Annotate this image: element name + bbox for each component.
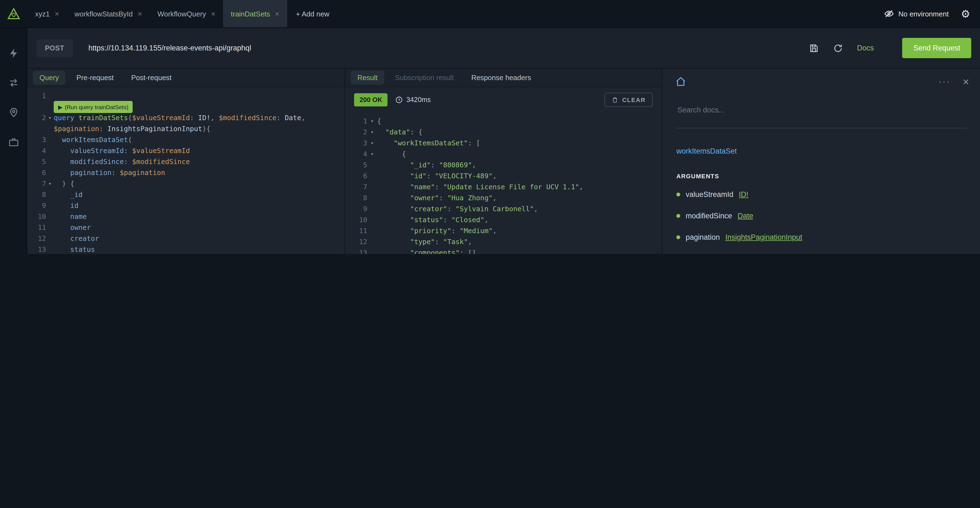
line-number: 8	[27, 189, 46, 200]
code-line: 3▾ "workItemsDataSet": [	[345, 138, 662, 149]
fold-gutter	[46, 157, 54, 167]
code-line: 10 name	[27, 211, 345, 222]
code-line: 13 status	[27, 244, 345, 254]
type-link[interactable]: ID!	[739, 190, 748, 198]
line-number: 5	[27, 157, 46, 167]
type-link[interactable]: InsightsPaginationInput	[725, 233, 802, 241]
docs-search-input[interactable]	[676, 105, 967, 115]
line-number	[27, 123, 46, 134]
fold-gutter	[46, 189, 54, 200]
run-query-chip[interactable]: ▶(Run query trainDatSets)	[54, 101, 133, 113]
line-text: ) {	[54, 178, 74, 189]
tab-label: WorkflowQuery	[158, 10, 206, 18]
tab-label: trainDatSets	[231, 10, 270, 18]
code-line: 5 modifiedSince: $modifiedSince	[27, 157, 345, 167]
url-input[interactable]: https://10.134.119.155/release-events-ap…	[88, 44, 251, 52]
send-request-button[interactable]: Send Request	[902, 38, 971, 58]
briefcase-icon[interactable]	[8, 137, 19, 148]
line-text: creator	[54, 233, 99, 244]
line-number: 11	[27, 222, 46, 233]
tab-workflowStatsById[interactable]: workflowStatsById×	[67, 0, 150, 27]
main-content: Query Pre-request Post-request 1 ▶(Run q…	[27, 69, 980, 254]
close-icon[interactable]: ×	[54, 10, 59, 18]
fold-gutter	[367, 182, 377, 193]
code-line: 6 pagination: $pagination	[27, 167, 345, 178]
home-icon[interactable]	[675, 76, 686, 87]
tab-pre-request[interactable]: Pre-request	[70, 71, 120, 85]
tab-trainDatSets[interactable]: trainDatSets×	[223, 0, 287, 27]
tab-WorkflowQuery[interactable]: WorkflowQuery×	[150, 0, 223, 27]
fold-gutter	[367, 171, 377, 182]
line-text: owner	[54, 222, 91, 233]
close-icon[interactable]: ×	[211, 10, 215, 18]
tab-post-request[interactable]: Post-request	[125, 71, 178, 85]
app-logo-icon[interactable]	[0, 0, 27, 27]
code-line: 11 "priority": "Medium",	[345, 225, 662, 236]
code-line: 4▾ {	[345, 149, 662, 160]
http-method-badge[interactable]: POST	[36, 39, 73, 57]
line-number: 3	[345, 138, 367, 149]
fold-caret-icon[interactable]: ▾	[367, 127, 377, 138]
docs-panel: ··· × workItemsDataSet ARGUMENTS valueSt…	[662, 69, 980, 254]
fold-gutter	[46, 211, 54, 222]
fold-gutter	[367, 236, 377, 248]
bolt-icon[interactable]	[8, 48, 19, 59]
close-docs-icon[interactable]: ×	[963, 76, 969, 87]
query-editor[interactable]: 1 ▶(Run query trainDatSets)2▾query train…	[27, 87, 345, 254]
environment-selector[interactable]: No environment	[884, 9, 949, 19]
save-icon[interactable]	[809, 43, 819, 53]
docs-root-link[interactable]: workItemsDataSet	[676, 147, 967, 155]
line-text: "_id": "800869",	[377, 160, 476, 171]
tab-query[interactable]: Query	[33, 71, 65, 85]
docs-toggle-link[interactable]: Docs	[857, 44, 874, 52]
tab-xyz1[interactable]: xyz1×	[27, 0, 67, 27]
fold-gutter	[367, 203, 377, 214]
map-pin-icon[interactable]	[8, 107, 19, 118]
query-panel: Query Pre-request Post-request 1 ▶(Run q…	[27, 69, 345, 254]
fold-gutter	[367, 160, 377, 171]
clear-button-label: CLEAR	[622, 97, 646, 103]
tab-result[interactable]: Result	[351, 71, 384, 85]
fold-caret-icon[interactable]: ▾	[46, 178, 54, 189]
line-text: "owner": "Hua Zhong",	[377, 193, 497, 203]
fold-gutter	[46, 91, 54, 102]
more-options-icon[interactable]: ···	[939, 77, 951, 86]
fold-gutter	[367, 248, 377, 254]
close-icon[interactable]: ×	[275, 10, 279, 18]
add-new-tab-button[interactable]: + Add new	[287, 0, 338, 27]
swap-arrows-icon[interactable]	[8, 77, 19, 88]
clear-button[interactable]: CLEAR	[605, 93, 653, 107]
top-bar-right: No environment ⚙	[884, 0, 980, 27]
line-text: {	[377, 116, 381, 127]
line-number: 10	[345, 214, 367, 225]
close-icon[interactable]: ×	[138, 10, 142, 18]
fold-caret-icon[interactable]: ▾	[367, 149, 377, 160]
doc-item-name: modifiedSince	[686, 212, 732, 220]
line-number: 4	[27, 145, 46, 157]
left-sidebar	[0, 28, 27, 254]
refresh-icon[interactable]	[833, 43, 843, 53]
settings-gear-icon[interactable]: ⚙	[961, 8, 970, 19]
run-chip-label: (Run query trainDatSets)	[65, 102, 128, 112]
status-badge: 200 OK	[354, 93, 388, 106]
fold-gutter	[46, 233, 54, 244]
fold-gutter	[367, 225, 377, 236]
code-line: 2▾query trainDatSets($valueStreamId: ID!…	[27, 112, 345, 123]
tab-response-headers[interactable]: Response headers	[465, 71, 538, 85]
line-number: 7	[345, 182, 367, 193]
fold-caret-icon[interactable]: ▾	[46, 112, 54, 123]
fold-caret-icon[interactable]: ▾	[367, 138, 377, 149]
code-line: 10 "status": "Closed",	[345, 214, 662, 225]
bullet-icon	[676, 214, 680, 218]
fold-caret-icon[interactable]: ▾	[367, 116, 377, 127]
doc-item: paginationInsightsPaginationInput	[676, 227, 967, 248]
type-link[interactable]: Date	[738, 212, 753, 220]
line-number: 6	[345, 171, 367, 182]
play-icon: ▶	[58, 102, 62, 112]
line-number: 2	[27, 112, 46, 123]
tab-subscription-result[interactable]: Subscription result	[388, 71, 460, 85]
result-viewer[interactable]: 1▾{2▾ "data": {3▾ "workItemsDataSet": [4…	[345, 112, 662, 254]
line-number: 10	[27, 211, 46, 222]
line-text: {	[377, 149, 406, 160]
code-lens-row: ▶(Run query trainDatSets)	[54, 102, 345, 112]
